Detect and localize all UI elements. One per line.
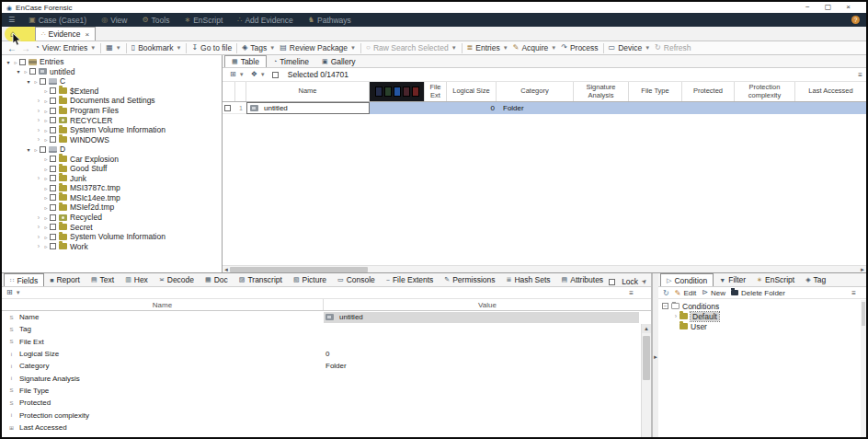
item-checkbox[interactable] (50, 87, 56, 94)
tab-evidence[interactable]: ∴ Evidence × (35, 27, 96, 40)
set-include-icon[interactable]: ▹ (12, 59, 19, 65)
tab-transcript[interactable]: ▨Transcript (234, 273, 288, 286)
tree-item-program-files[interactable]: ›▹Program Files (2, 106, 222, 116)
scroll-left-arrow-icon[interactable]: ◄ (223, 267, 230, 272)
menu-item-add-evidence[interactable]: ∴Add Evidence (237, 16, 293, 25)
set-include-icon[interactable]: ▹ (42, 214, 50, 221)
menu-item-pathways[interactable]: ♞Pathways (308, 16, 351, 25)
help-icon[interactable]: ? (851, 16, 860, 24)
close-button[interactable]: × (846, 4, 851, 11)
item-checkbox[interactable] (19, 59, 26, 65)
row-checkbox[interactable] (224, 105, 231, 111)
tab-file-extents[interactable]: −File Extents (381, 273, 440, 286)
horizontal-scrollbar[interactable]: ◄ ► (223, 265, 866, 272)
tag-color-swatch[interactable] (394, 87, 401, 97)
tree-item-c[interactable]: ▾▹C (2, 76, 222, 87)
set-include-icon[interactable]: ▹ (42, 156, 50, 162)
item-checkbox[interactable] (50, 175, 56, 181)
item-checkbox[interactable] (50, 214, 56, 221)
collapse-icon[interactable]: ▾ (5, 59, 12, 65)
tree-item-junk[interactable]: ›▹Junk (2, 174, 222, 184)
tab-doc[interactable]: ▦Doc (200, 273, 234, 286)
field-value-cell[interactable] (324, 422, 639, 433)
bookmark-dropdown[interactable]: ▯Bookmark▼ (131, 43, 182, 52)
item-checkbox[interactable] (50, 243, 56, 249)
set-include-icon[interactable]: ▹ (22, 68, 29, 75)
tab-picture[interactable]: ▧Picture (288, 273, 332, 286)
tree-item-good-stuff[interactable]: ▹Good Stuff (2, 164, 222, 174)
item-checkbox[interactable] (40, 78, 46, 85)
tree-item-user[interactable]: User (658, 321, 866, 331)
item-checkbox[interactable] (50, 234, 56, 240)
refresh-icon[interactable]: ↻ (663, 289, 669, 297)
expand-icon[interactable]: › (35, 136, 42, 143)
tree-item-msic14ee-tmp[interactable]: ▹MSIc14ee.tmp (2, 193, 222, 203)
view-entries-dropdown[interactable]: ◔View: Entries▼ (35, 43, 96, 52)
tree-item-car-explosion[interactable]: ▹Car Explosion (2, 154, 222, 164)
column-header-category[interactable]: Category (497, 82, 574, 101)
tab-condition[interactable]: ▷Condition (660, 273, 714, 286)
set-include-icon[interactable]: ▹ (42, 108, 50, 114)
field-value-cell[interactable] (324, 385, 639, 396)
hamburger-menu-icon[interactable]: ☰ (8, 17, 15, 24)
set-include-icon[interactable]: ▹ (42, 185, 50, 191)
field-value-cell[interactable]: untitled (324, 312, 639, 323)
tab-close-icon[interactable]: × (85, 30, 89, 39)
item-checkbox[interactable] (50, 224, 56, 230)
go-to-file-button[interactable]: ↧Go to file (191, 43, 232, 52)
collapse-icon[interactable]: − (662, 303, 668, 309)
item-checkbox[interactable] (50, 127, 56, 133)
field-value-cell[interactable] (324, 324, 639, 335)
tree-item-default[interactable]: › Default (658, 311, 866, 321)
vertical-scrollbar[interactable]: ▲ (641, 324, 651, 437)
tab-text[interactable]: ▤Text (86, 273, 120, 286)
table-menu-icon[interactable]: ≡ (858, 71, 862, 79)
scrollbar-thumb[interactable] (643, 336, 650, 380)
menu-item-enscript[interactable]: ∗EnScript (184, 16, 223, 25)
item-checkbox[interactable] (50, 136, 56, 143)
column-header-signature-analysis[interactable]: Signature Analysis (574, 82, 629, 101)
field-row-category[interactable]: iCategoryFolder (2, 360, 651, 372)
tag-color-swatch[interactable] (412, 87, 419, 97)
tree-item-work[interactable]: ›▹Work (2, 241, 222, 251)
tab-hex[interactable]: ▥Hex (120, 273, 154, 286)
fields-column-value[interactable]: Value (324, 299, 651, 310)
set-include-icon[interactable]: ▹ (42, 194, 50, 201)
item-checkbox[interactable] (50, 108, 56, 114)
column-header-protected[interactable]: Protected (682, 82, 735, 101)
expand-icon[interactable]: › (35, 108, 42, 114)
table-layout-dropdown[interactable]: ⊞▼ (230, 71, 245, 78)
lock-checkbox[interactable] (609, 279, 615, 285)
field-row-file-type[interactable]: SFile Type (2, 385, 651, 397)
tab-decode[interactable]: ≍Decode (154, 273, 200, 286)
set-include-icon[interactable]: ▹ (42, 87, 50, 94)
tree-item-system-volume-information[interactable]: ›▹System Volume Information (2, 125, 222, 135)
menu-item-tools[interactable]: ⚙Tools (142, 16, 169, 25)
expand-icon[interactable]: › (35, 214, 42, 221)
fields-layout-dropdown[interactable]: ⊞▼ (6, 289, 21, 296)
tree-item-d[interactable]: ▾▹D (2, 144, 222, 155)
view-tab-timeline[interactable]: ◔Timeline (267, 55, 315, 67)
entries-dropdown[interactable]: ≣Entries▼ (467, 43, 508, 52)
set-include-icon[interactable]: ▹ (42, 136, 50, 143)
expand-icon[interactable]: › (35, 234, 42, 240)
vertical-scrollbar[interactable] (861, 300, 866, 437)
tag-color-swatch[interactable] (375, 87, 383, 97)
set-include-icon[interactable]: ▹ (42, 98, 50, 104)
view-tab-table[interactable]: ▦Table (224, 55, 267, 67)
forward-button[interactable]: → (21, 43, 30, 53)
row-selected-region[interactable]: 0 Folder (370, 102, 866, 114)
tab-attributes[interactable]: ▤Attributes (556, 273, 610, 286)
item-checkbox[interactable] (50, 98, 56, 104)
expand-icon[interactable]: › (35, 117, 42, 123)
tab-tag[interactable]: ◈Tag (800, 273, 831, 286)
delete-folder-button[interactable]: Delete Folder (731, 289, 785, 297)
field-value-cell[interactable] (324, 410, 639, 421)
column-header-tags[interactable] (370, 82, 425, 101)
set-include-icon[interactable]: ▹ (42, 127, 50, 133)
tab-console[interactable]: ▭Console (332, 273, 381, 286)
column-header-name[interactable]: Name (246, 82, 370, 101)
field-row-last-accessed[interactable]: ⊞Last Accessed (2, 422, 651, 433)
fields-column-name[interactable]: Name (2, 299, 324, 310)
tree-item-recycled[interactable]: ›▹Recycled (2, 213, 222, 223)
